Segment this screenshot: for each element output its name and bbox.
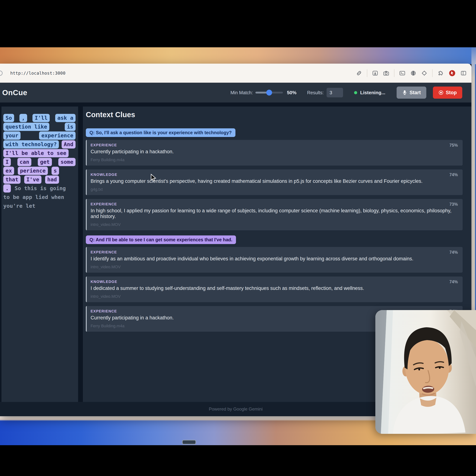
transcript-line: Icangetsome: [3, 158, 76, 166]
result-text: In high school, I applied my passion for…: [91, 208, 458, 219]
camera-icon[interactable]: [383, 70, 389, 76]
match-percentage: 74%: [449, 279, 458, 284]
transcript-word-chip: is: [65, 123, 76, 131]
dock-handle[interactable]: [182, 440, 196, 444]
results-label: Results:: [307, 90, 324, 95]
transcript-word-chip: that: [3, 175, 20, 184]
transcript-word-chip: some: [58, 158, 76, 166]
transcript-word-chip: .: [3, 184, 11, 192]
result-card[interactable]: EXPERIENCE74%I identify as an ambitious …: [86, 247, 463, 273]
transcript-sidebar: So,I'llask aquestion likeisyourexperienc…: [1, 106, 78, 402]
transcript-line: I'll be able to see: [3, 149, 76, 157]
puzzle-icon[interactable]: [437, 70, 444, 76]
toolbar-icon-group: [356, 64, 467, 83]
transcript-word-chip: I've: [24, 175, 41, 184]
transcript-pending-text: So this is going: [15, 184, 66, 192]
transcript-word-chip: question like: [3, 123, 49, 131]
transcript-line: experiences: [3, 167, 76, 175]
mouse-cursor: [151, 174, 158, 182]
question-pill: Q: So, I'll ask a question like is your …: [86, 128, 236, 137]
result-source-file: intro_video.MOV: [91, 265, 458, 269]
result-text: Brings a young computer scientist's pers…: [91, 178, 458, 184]
transcript-chips: So,I'llask aquestion likeisyourexperienc…: [3, 114, 76, 210]
transcript-line: question likeis: [3, 123, 76, 131]
stop-button[interactable]: Stop: [433, 86, 462, 99]
stop-icon: [438, 90, 443, 95]
result-groups: Q: So, I'll ask a question like is your …: [86, 128, 463, 332]
transcript-word-chip: So: [3, 114, 14, 122]
result-tag: KNOWLEDGE: [91, 172, 458, 177]
result-tag: EXPERIENCE: [91, 250, 458, 254]
brain-icon[interactable]: [410, 70, 416, 76]
toolbar-separator: [432, 69, 433, 77]
toolbar-separator: [394, 69, 394, 77]
transcript-word-chip: I'll: [33, 114, 50, 122]
record-icon[interactable]: [449, 70, 456, 77]
listening-status-dot: [354, 91, 357, 94]
result-card[interactable]: EXPERIENCE73%In high school, I applied m…: [86, 199, 463, 230]
transcript-line: .So this is going: [3, 184, 76, 192]
match-percentage: 75%: [449, 143, 458, 148]
transcript-word-chip: And: [62, 140, 76, 149]
result-tag: KNOWLEDGE: [91, 280, 458, 284]
transcript-word-chip: ,: [19, 114, 27, 122]
match-percentage: 74%: [449, 172, 458, 177]
transcript-word-chip: your: [3, 132, 20, 140]
min-match-slider[interactable]: [255, 92, 283, 94]
slider-thumb[interactable]: [266, 90, 272, 96]
page-load-icon: [0, 71, 2, 76]
result-source-file: intro_video.MOV: [91, 222, 458, 227]
transcript-word-chip: with technology?: [3, 140, 59, 149]
toolbar-separator: [367, 69, 367, 77]
min-match-label: Min Match:: [230, 90, 253, 95]
transcript-word-chip: can: [17, 158, 31, 166]
result-text: I dedicated a summer to studying self-un…: [91, 286, 458, 291]
microphone-icon: [402, 90, 407, 95]
powered-by-text: Powered by Google Gemini: [209, 407, 263, 412]
match-percentage: 73%: [449, 202, 458, 207]
result-card[interactable]: EXPERIENCE75%Currently participating in …: [86, 140, 463, 166]
start-button[interactable]: Start: [397, 86, 426, 99]
terminal-icon[interactable]: [399, 70, 405, 76]
result-text: Currently participating in a hackathon.: [91, 149, 458, 154]
split-view-icon[interactable]: [460, 70, 467, 76]
desktop-wallpaper-top: [0, 47, 476, 64]
header-controls: Min Match: 50% Results: 3 Listening... S…: [230, 86, 462, 99]
result-source-file: g4g.txt: [91, 187, 458, 192]
desktop-screen: http://localhost:3000: [0, 0, 476, 476]
transcript-line: yourexperience: [3, 132, 76, 140]
transcript-line: to be app lied when: [3, 193, 76, 201]
transcript-word-chip: I'll be able to see: [3, 149, 68, 157]
result-text: I identify as an ambitious and proactive…: [91, 256, 458, 262]
transcript-word-chip: I: [3, 158, 11, 166]
transcript-word-chip: ex: [3, 167, 14, 175]
transcript-word-chip: experience: [39, 132, 76, 140]
transcript-line: with technology?And: [3, 140, 76, 149]
result-card[interactable]: KNOWLEDGE74%I dedicated a summer to stud…: [86, 276, 463, 302]
transcript-line: you're let: [3, 202, 76, 210]
listening-status-label: Listening...: [360, 90, 385, 96]
results-input[interactable]: 3: [326, 88, 343, 97]
app-header: OnCue Min Match: 50% Results: 3 Listenin…: [0, 83, 471, 102]
result-source-file: intro_video.MOV: [91, 294, 458, 299]
transcript-word-chip: ask a: [55, 114, 76, 122]
stop-button-label: Stop: [446, 90, 457, 96]
browser-toolbar: http://localhost:3000: [0, 64, 471, 83]
result-tag: EXPERIENCE: [91, 202, 458, 206]
link-icon[interactable]: [356, 70, 362, 76]
transcript-pending-text: you're let: [3, 202, 35, 210]
pip-download-icon[interactable]: [372, 70, 378, 76]
question-group: Q: So, I'll ask a question like is your …: [86, 128, 463, 230]
transcript-pending-text: to be app lied when: [3, 193, 64, 201]
crosshair-icon[interactable]: [421, 70, 427, 76]
panel-title: Context Clues: [86, 111, 463, 119]
transcript-word-chip: get: [38, 158, 52, 166]
transcript-word-chip: perience: [18, 167, 48, 175]
app-title: OnCue: [2, 88, 27, 97]
result-source-file: Ferry Building.m4a: [91, 157, 458, 162]
result-card[interactable]: KNOWLEDGE74%Brings a young computer scie…: [86, 170, 463, 195]
webcam-overlay: [375, 310, 476, 434]
match-percentage: 74%: [449, 250, 458, 255]
address-bar[interactable]: http://localhost:3000: [10, 71, 66, 76]
start-button-label: Start: [409, 90, 421, 96]
